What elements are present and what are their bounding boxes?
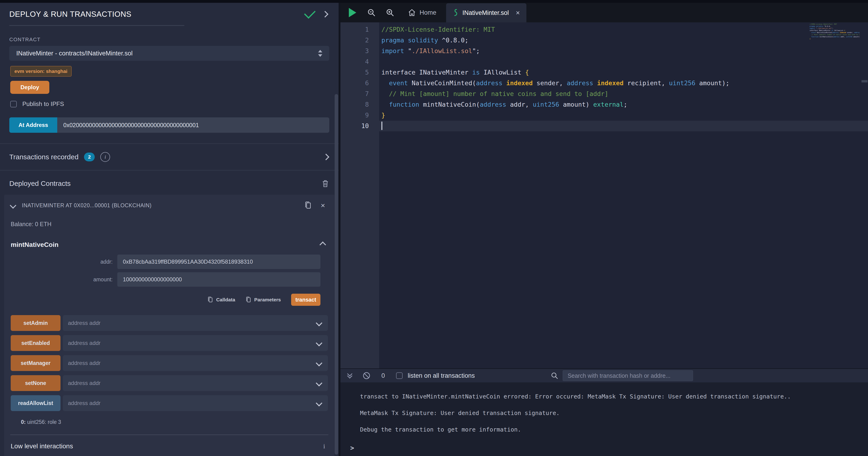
transact-button[interactable]: transact — [291, 294, 320, 306]
function-arg-input[interactable] — [63, 360, 310, 366]
function-row: setNone — [11, 375, 328, 391]
expanded-function-header[interactable]: mintNativeCoin — [4, 228, 334, 249]
deployed-contracts-title: Deployed Contracts — [9, 179, 70, 188]
code-line[interactable]: function mintNativeCoin(address addr, ui… — [379, 99, 868, 110]
editor-gutter: 12345678910 — [340, 22, 379, 368]
parameters-copy-button[interactable]: Parameters — [246, 296, 281, 303]
terminal-toolbar: 0 listen on all transactions — [340, 369, 868, 382]
close-icon[interactable]: × — [321, 202, 325, 209]
addr-input[interactable] — [117, 255, 320, 269]
copy-icon[interactable] — [304, 201, 311, 209]
zoom-out-icon[interactable] — [367, 8, 376, 17]
publish-to-ipfs-checkbox[interactable] — [10, 101, 17, 107]
terminal: 0 listen on all transactions > transact … — [340, 368, 868, 456]
code-line[interactable]: import "./IAllowList.sol"; — [379, 46, 868, 56]
transactions-recorded-row[interactable]: Transactions recorded 2 i — [0, 143, 339, 170]
editor-column: Home INativeMinter.sol × 12345678910 //S… — [339, 0, 868, 456]
function-arg-input[interactable] — [63, 320, 310, 326]
panel-scrollbar-thumb[interactable] — [335, 94, 338, 455]
code-line[interactable]: interface INativeMinter is IAllowList { — [379, 67, 868, 78]
terminal-log-line: transact to INativeMinter.mintNativeCoin… — [360, 393, 859, 400]
title-underline — [9, 25, 184, 26]
deploy-run-panel: DEPLOY & RUN TRANSACTIONS CONTRACT INati… — [0, 0, 339, 456]
ban-icon[interactable] — [362, 371, 371, 380]
contract-select-value: INativeMinter - contracts/INativeMinter.… — [16, 50, 133, 57]
solidity-icon — [453, 9, 458, 17]
listen-all-transactions-checkbox[interactable] — [396, 372, 403, 379]
chevron-down-icon[interactable] — [316, 380, 322, 387]
function-actions-row: Calldata Parameters transact — [4, 294, 320, 306]
select-stepper-icon[interactable] — [318, 50, 322, 57]
chevron-down-icon[interactable] — [316, 400, 322, 406]
terminal-prompt[interactable]: > — [350, 444, 354, 452]
function-button[interactable]: setAdmin — [11, 315, 61, 331]
collapse-panel-icon[interactable] — [322, 11, 328, 17]
double-chevron-down-icon[interactable] — [348, 374, 352, 378]
chevron-down-icon[interactable] — [316, 340, 322, 346]
at-address-input[interactable] — [57, 117, 329, 133]
info-icon: i — [323, 443, 325, 450]
zoom-in-icon[interactable] — [385, 8, 395, 17]
deployed-contracts-header: Deployed Contracts — [9, 179, 329, 188]
code-line[interactable] — [379, 56, 868, 67]
function-arg-input[interactable] — [63, 400, 310, 406]
instance-title: INATIVEMINTER AT 0X020...00001 (BLOCKCHA… — [22, 202, 152, 209]
amount-input[interactable] — [117, 272, 320, 287]
call-result: 0: uint256: role 3 — [21, 419, 334, 425]
function-button[interactable]: setManager — [11, 355, 61, 371]
calldata-copy-button[interactable]: Calldata — [207, 296, 235, 303]
transactions-recorded-label: Transactions recorded — [9, 153, 79, 161]
function-button[interactable]: readAllowList — [11, 395, 61, 411]
code-line[interactable]: event NativeCoinMinted(address indexed s… — [379, 78, 868, 88]
minimap[interactable]: //SPDX-License-Identifier: MITpragma sol… — [810, 23, 860, 40]
low-level-header: Low level interactions i — [11, 443, 325, 450]
top-strip — [0, 0, 868, 3]
contract-instance-card: INATIVEMINTER AT 0X020...00001 (BLOCKCHA… — [4, 195, 334, 456]
listen-label: listen on all transactions — [408, 372, 475, 379]
function-name: mintNativeCoin — [11, 241, 58, 249]
function-arg-input[interactable] — [63, 380, 310, 387]
play-icon[interactable] — [349, 8, 356, 17]
function-arg-input[interactable] — [63, 340, 310, 346]
terminal-search-input[interactable] — [563, 370, 693, 381]
publish-row: Publish to IPFS — [10, 101, 339, 108]
close-icon[interactable]: × — [516, 9, 520, 17]
chevron-right-icon[interactable] — [323, 154, 329, 160]
tab-home[interactable]: Home — [408, 9, 436, 17]
function-button[interactable]: setNone — [11, 375, 61, 391]
code-area[interactable]: //SPDX-License-Identifier: MITpragma sol… — [379, 22, 868, 368]
chevron-down-icon[interactable] — [316, 320, 322, 326]
panel-title: DEPLOY & RUN TRANSACTIONS — [9, 10, 329, 19]
param-label: amount: — [4, 277, 117, 283]
code-editor[interactable]: 12345678910 //SPDX-License-Identifier: M… — [340, 22, 868, 368]
chevron-down-icon[interactable] — [316, 360, 322, 366]
tab-inativeminter[interactable]: INativeMinter.sol × — [446, 3, 526, 22]
search-icon — [551, 372, 558, 380]
param-row-addr: addr: — [4, 255, 320, 269]
divider — [10, 434, 328, 435]
code-line[interactable]: // Mint [amount] number of native coins … — [379, 88, 868, 99]
info-icon: i — [100, 152, 110, 162]
overview-ruler-marker — [862, 80, 868, 82]
chevron-up-icon[interactable] — [319, 241, 326, 248]
deploy-button[interactable]: Deploy — [10, 81, 49, 94]
function-button[interactable]: setEnabled — [11, 335, 61, 351]
function-row: setManager — [11, 355, 328, 371]
contract-label: CONTRACT — [9, 36, 329, 42]
code-line[interactable]: //SPDX-License-Identifier: MIT — [379, 24, 868, 35]
code-line[interactable] — [379, 121, 868, 131]
chevron-down-icon[interactable] — [10, 202, 16, 209]
contract-select[interactable]: INativeMinter - contracts/INativeMinter.… — [9, 46, 329, 61]
terminal-log-line: Debug the transaction to get more inform… — [360, 426, 859, 433]
trash-icon[interactable] — [321, 179, 329, 188]
code-line[interactable]: } — [379, 110, 868, 121]
terminal-log-line: MetaMask Tx Signature: User denied trans… — [360, 410, 859, 417]
terminal-body: > transact to INativeMinter.mintNativeCo… — [340, 382, 868, 456]
instance-balance: Balance: 0 ETH — [4, 209, 334, 228]
transactions-count-badge: 2 — [84, 152, 95, 162]
param-row-amount: amount: — [4, 272, 320, 287]
instance-header[interactable]: INATIVEMINTER AT 0X020...00001 (BLOCKCHA… — [4, 201, 334, 209]
low-level-title: Low level interactions — [11, 443, 73, 450]
at-address-button[interactable]: At Address — [9, 117, 57, 133]
code-line[interactable]: pragma solidity ^0.8.0; — [379, 35, 868, 46]
